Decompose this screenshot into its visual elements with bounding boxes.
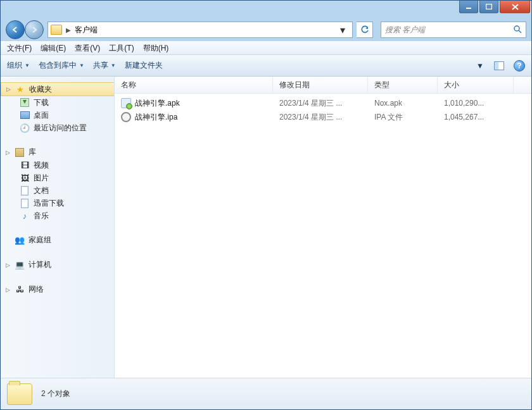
minimize-button[interactable] (459, 1, 478, 13)
status-item-count: 2 个对象 (41, 388, 70, 399)
videos-icon: 🎞 (20, 160, 30, 170)
command-bar: 组织▼ 包含到库中▼ 共享▼ 新建文件夹 ▼ ? (1, 55, 531, 77)
view-options-button[interactable]: ▼ (468, 59, 484, 73)
window-buttons (459, 1, 530, 13)
pane-icon (494, 61, 504, 70)
toolbar-right: ▼ ? (468, 59, 525, 73)
explorer-body: ▷ ★ 收藏夹 下载 桌面 🕘 最近访问的位置 ▷ 库 (1, 77, 531, 378)
column-header-type[interactable]: 类型 (368, 77, 438, 93)
column-header-date[interactable]: 修改日期 (273, 77, 368, 93)
ipa-file-icon (121, 112, 131, 122)
collapse-icon[interactable]: ▷ (5, 86, 11, 92)
pictures-icon: 🖼 (20, 173, 30, 183)
include-in-library-button[interactable]: 包含到库中▼ (39, 60, 84, 71)
svg-rect-0 (466, 8, 471, 9)
file-type: Nox.apk (368, 99, 438, 108)
file-date: 2023/1/4 星期三 ... (273, 98, 368, 109)
menu-bar: 文件(F) 编辑(E) 查看(V) 工具(T) 帮助(H) (1, 41, 531, 55)
help-button[interactable]: ? (514, 60, 525, 71)
menu-tools[interactable]: 工具(T) (109, 43, 134, 54)
homegroup-icon: 👥 (15, 235, 25, 245)
sidebar-favorites-header[interactable]: ▷ ★ 收藏夹 (1, 82, 114, 96)
search-input[interactable]: 搜索 客户端 (381, 22, 526, 38)
file-row[interactable]: 战神引擎.apk 2023/1/4 星期三 ... Nox.apk 1,010,… (115, 96, 531, 110)
titlebar (1, 1, 531, 18)
share-button[interactable]: 共享▼ (93, 60, 116, 71)
file-date: 2023/1/4 星期三 ... (273, 112, 368, 123)
nav-arrows (6, 20, 44, 39)
search-placeholder: 搜索 客户端 (385, 25, 425, 35)
menu-view[interactable]: 查看(V) (75, 43, 100, 54)
file-name: 战神引擎.ipa (135, 112, 177, 123)
xunlei-icon (21, 199, 28, 208)
documents-icon (21, 186, 28, 196)
menu-edit[interactable]: 编辑(E) (41, 43, 66, 54)
column-header-size[interactable]: 大小 (438, 77, 514, 93)
star-icon: ★ (15, 84, 25, 94)
address-bar[interactable]: ▶ 客户端 ▾ (48, 22, 353, 38)
breadcrumb[interactable]: ▶ 客户端 (66, 25, 98, 35)
computer-icon: 💻 (15, 260, 25, 270)
sidebar-computer-header[interactable]: ▷ 💻 计算机 (1, 258, 114, 271)
file-size: 1,010,290... (438, 99, 514, 108)
breadcrumb-sep-icon: ▶ (66, 27, 71, 34)
svg-rect-1 (486, 4, 492, 9)
file-row[interactable]: 战神引擎.ipa 2023/1/4 星期三 ... IPA 文件 1,045,2… (115, 110, 531, 124)
collapse-icon[interactable]: ▷ (4, 262, 11, 268)
search-icon[interactable] (513, 25, 522, 35)
breadcrumb-folder[interactable]: 客户端 (75, 25, 98, 35)
navigation-pane: ▷ ★ 收藏夹 下载 桌面 🕘 最近访问的位置 ▷ 库 (1, 77, 115, 378)
explorer-window: ▶ 客户端 ▾ 搜索 客户端 文件(F) 编辑(E) 查看(V) 工具(T) 帮… (0, 0, 532, 410)
status-bar: 2 个对象 (1, 378, 531, 409)
file-list-pane: 名称 修改日期 类型 大小 战神引擎.apk 2023/1/4 星期三 ... … (115, 77, 531, 378)
music-icon: ♪ (20, 211, 30, 221)
sidebar-item-desktop[interactable]: 桌面 (1, 109, 114, 121)
column-headers: 名称 修改日期 类型 大小 (115, 77, 531, 94)
recent-places-icon: 🕘 (20, 123, 30, 133)
file-type: IPA 文件 (368, 112, 438, 123)
svg-point-2 (514, 26, 519, 31)
collapse-icon[interactable]: ▷ (4, 149, 11, 156)
sidebar-item-videos[interactable]: 🎞 视频 (1, 159, 114, 171)
network-icon: 🖧 (15, 285, 25, 295)
library-icon (15, 148, 24, 157)
back-button[interactable] (6, 20, 25, 39)
collapse-icon[interactable]: ▷ (4, 287, 11, 293)
download-icon (20, 98, 29, 107)
forward-button[interactable] (25, 20, 44, 39)
sidebar-item-recent[interactable]: 🕘 最近访问的位置 (1, 121, 114, 134)
sidebar-homegroup-header[interactable]: ▷ 👥 家庭组 (1, 233, 114, 247)
address-dropdown-icon[interactable]: ▾ (336, 24, 350, 36)
apk-file-icon (121, 98, 131, 108)
sidebar-item-pictures[interactable]: 🖼 图片 (1, 171, 114, 184)
close-button[interactable] (500, 1, 530, 13)
sidebar-libraries-header[interactable]: ▷ 库 (1, 146, 114, 159)
sidebar-item-downloads[interactable]: 下载 (1, 96, 114, 109)
desktop-icon (20, 111, 30, 119)
organize-button[interactable]: 组织▼ (7, 60, 30, 71)
chevron-down-icon: ▼ (25, 63, 30, 68)
refresh-button[interactable] (357, 22, 373, 38)
chevron-down-icon: ▼ (111, 63, 116, 68)
file-size: 1,045,267... (438, 113, 514, 121)
chevron-down-icon: ▼ (476, 61, 484, 70)
menu-file[interactable]: 文件(F) (7, 43, 32, 54)
folder-icon (7, 383, 32, 405)
new-folder-button[interactable]: 新建文件夹 (125, 60, 163, 71)
sidebar-item-xunlei[interactable]: 迅雷下载 (1, 197, 114, 209)
file-list: 战神引擎.apk 2023/1/4 星期三 ... Nox.apk 1,010,… (115, 94, 531, 378)
sidebar-network-header[interactable]: ▷ 🖧 网络 (1, 283, 114, 296)
file-name: 战神引擎.apk (135, 98, 180, 109)
preview-pane-button[interactable] (491, 59, 507, 73)
folder-icon (51, 25, 62, 35)
navigation-row: ▶ 客户端 ▾ 搜索 客户端 (1, 18, 531, 41)
svg-line-3 (519, 30, 521, 33)
sidebar-item-music[interactable]: ♪ 音乐 (1, 209, 114, 222)
maximize-button[interactable] (479, 1, 498, 13)
sidebar-item-documents[interactable]: 文档 (1, 184, 114, 197)
menu-help[interactable]: 帮助(H) (143, 43, 169, 54)
column-header-name[interactable]: 名称 (115, 77, 273, 93)
chevron-down-icon: ▼ (79, 63, 84, 68)
